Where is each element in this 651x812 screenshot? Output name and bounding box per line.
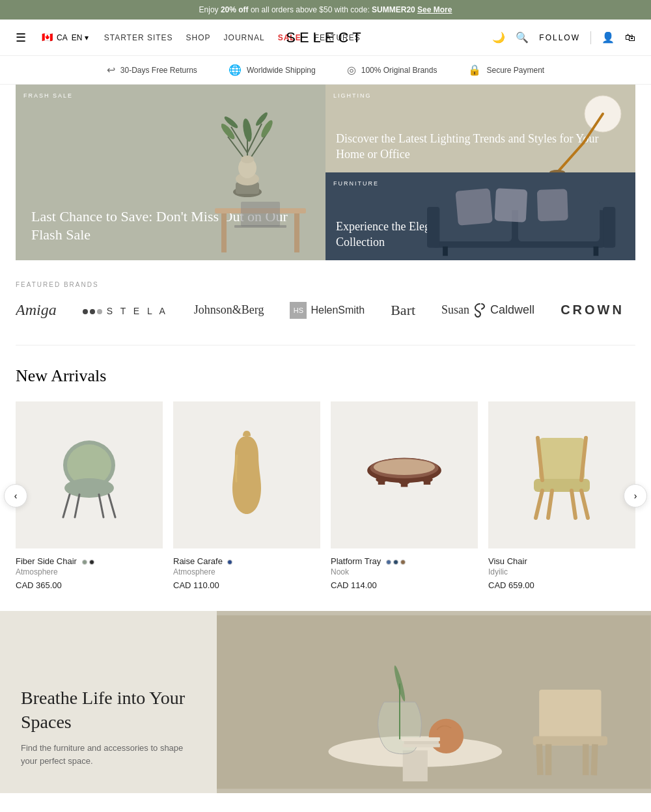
hero-left-badge: FRASH SALE (23, 92, 73, 99)
payment-icon: 🔒 (468, 64, 481, 76)
product-price-tray: CAD 114.00 (331, 580, 478, 590)
brand-helen-smith[interactable]: HS HelenSmith (290, 301, 365, 319)
hero-right-bottom-panel[interactable]: FURNITURE Experience the Elegance and Ar… (326, 172, 635, 260)
follow-button[interactable]: FOLLOW (539, 33, 580, 42)
products-carousel: ‹ (16, 401, 635, 590)
svg-rect-28 (427, 207, 439, 248)
product-brand-tray: Nook (331, 567, 478, 576)
svg-rect-46 (378, 478, 385, 485)
nav-link-shop[interactable]: SHOP (186, 33, 211, 42)
svg-line-53 (536, 491, 542, 518)
new-arrivals-title: New Arrivals (16, 366, 635, 386)
lamp-decoration (544, 91, 622, 172)
product-price-visu-chair: CAD 659.00 (488, 580, 635, 590)
product-name-visu-chair: Visu Chair (488, 556, 635, 566)
carousel-next-button[interactable]: › (624, 484, 647, 508)
product-card-carafe[interactable]: Raise Carafe Atmosphere CAD 110.00 (173, 401, 320, 590)
svg-rect-71 (591, 744, 598, 776)
bottom-banner: Breathe Life into Your Spaces Find the f… (0, 611, 651, 793)
nav-right: 🌙 🔍 FOLLOW 👤 🛍 (492, 31, 635, 44)
product-brand-carafe: Atmosphere (173, 567, 320, 576)
svg-rect-48 (401, 480, 408, 487)
hero-right-top-badge: LIGHTING (333, 92, 372, 99)
product-brand-visu-chair: Idyilic (488, 567, 635, 576)
fiber-chair-illustration (50, 429, 128, 521)
shipping-icon: 🌐 (229, 64, 242, 76)
featured-brands-label: FEATURED BRANDS (16, 281, 635, 288)
brand-amiga[interactable]: Amiga (16, 301, 57, 319)
svg-rect-67 (402, 737, 440, 741)
brands-row: Amiga S T E L A Johnson&Berg HS HelenSmi… (16, 301, 635, 319)
dark-mode-icon[interactable]: 🌙 (492, 31, 505, 44)
search-icon[interactable]: 🔍 (516, 31, 529, 44)
featured-brands-section: FEATURED BRANDS Amiga S T E L A Johnson&… (0, 260, 651, 332)
carousel-prev-button[interactable]: ‹ (4, 484, 27, 508)
svg-line-56 (572, 491, 575, 518)
bottom-banner-right (217, 611, 651, 793)
hamburger-icon[interactable]: ☰ (16, 31, 26, 45)
trust-shipping-label: Worldwide Shipping (247, 66, 316, 75)
svg-rect-70 (536, 744, 544, 775)
svg-rect-30 (443, 247, 448, 256)
trust-brands: ◎ 100% Original Brands (347, 64, 437, 76)
product-card-tray[interactable]: Platform Tray Nook CAD 114.00 (331, 401, 478, 590)
svg-rect-50 (424, 478, 431, 485)
svg-rect-32 (455, 188, 492, 225)
brand-susan-caldwell[interactable]: Susan Caldwell (441, 303, 534, 318)
svg-rect-29 (603, 207, 615, 248)
svg-rect-69 (533, 736, 607, 745)
svg-line-41 (99, 494, 104, 517)
product-card-fiber-chair[interactable]: Fiber Side Chair Atmosphere CAD 365.00 (16, 401, 163, 590)
product-name-tray: Platform Tray (331, 556, 478, 566)
svg-line-54 (581, 491, 588, 518)
svg-rect-51 (539, 438, 585, 480)
product-name-fiber-chair: Fiber Side Chair (16, 556, 163, 566)
hero-right-top-panel[interactable]: LIGHTING Discover the Latest Lighting Tr… (326, 85, 635, 172)
svg-line-23 (557, 143, 583, 172)
svg-rect-18 (241, 202, 280, 226)
product-price-fiber-chair: CAD 365.00 (16, 580, 163, 590)
svg-rect-61 (403, 750, 428, 781)
trust-payment-label: Secure Payment (486, 66, 544, 75)
account-icon[interactable]: 👤 (602, 31, 615, 44)
nav-left: ☰ 🇨🇦 CA EN ▾ STARTER SITES SHOP JOURNAL … (16, 31, 492, 45)
brand-crown[interactable]: CROWN (561, 303, 624, 318)
trust-shipping: 🌐 Worldwide Shipping (229, 64, 316, 76)
nav-link-starter[interactable]: STARTER SITES (104, 33, 173, 42)
top-banner: Enjoy 20% off on all orders above $50 wi… (0, 0, 651, 20)
hero-grid: FRASH SALE (16, 85, 635, 260)
svg-point-7 (242, 118, 253, 142)
brand-johnson-berg[interactable]: Johnson&Berg (194, 303, 264, 317)
main-nav: ☰ 🇨🇦 CA EN ▾ STARTER SITES SHOP JOURNAL … (0, 20, 651, 56)
tray-illustration (359, 446, 450, 504)
svg-line-55 (548, 491, 552, 518)
hero-left-panel[interactable]: FRASH SALE (16, 85, 326, 260)
returns-icon: ↩ (107, 64, 115, 76)
brand-stela[interactable]: S T E L A (83, 303, 168, 318)
banner-link[interactable]: See More (417, 5, 452, 14)
nav-link-journal[interactable]: JOURNAL (224, 33, 265, 42)
svg-line-39 (109, 494, 115, 517)
flag-icon: 🇨🇦 (42, 32, 53, 43)
product-image-fiber-chair (16, 401, 163, 548)
svg-rect-31 (594, 247, 599, 256)
susan-s-logo-icon (472, 303, 488, 318)
product-image-carafe (173, 401, 320, 548)
product-brand-fiber-chair: Atmosphere (16, 567, 163, 576)
svg-rect-72 (546, 744, 552, 776)
svg-rect-16 (221, 213, 227, 252)
product-name-carafe: Raise Carafe (173, 556, 320, 566)
svg-point-37 (64, 478, 114, 498)
banner-text: Enjoy 20% off on all orders above $50 wi… (199, 5, 452, 14)
visu-chair-illustration (519, 428, 604, 522)
svg-rect-19 (234, 225, 286, 228)
site-logo[interactable]: SELECT (286, 29, 365, 46)
locale-label[interactable]: CA EN ▾ (57, 33, 89, 42)
plant-decoration (221, 98, 273, 202)
svg-point-64 (429, 719, 464, 753)
bottom-banner-left: Breathe Life into Your Spaces Find the f… (0, 611, 217, 793)
cart-icon[interactable]: 🛍 (625, 32, 635, 44)
product-card-visu-chair[interactable]: Visu Chair Idyilic CAD 659.00 (488, 401, 635, 590)
svg-point-14 (241, 156, 254, 163)
brand-bart[interactable]: Bart (391, 302, 415, 319)
